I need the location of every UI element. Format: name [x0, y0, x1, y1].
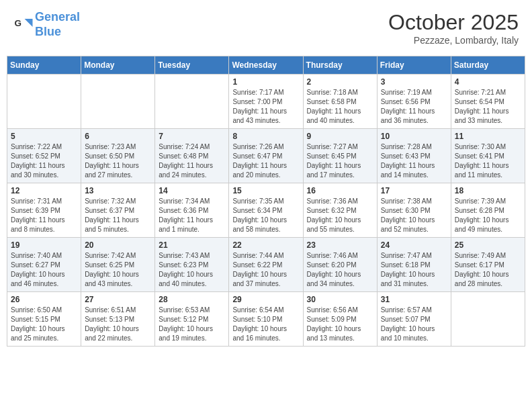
- calendar-cell: 11Sunrise: 7:30 AM Sunset: 6:41 PM Dayli…: [451, 129, 525, 183]
- calendar-cell: [155, 75, 229, 129]
- svg-marker-1: [25, 19, 33, 27]
- day-number: 17: [381, 186, 447, 195]
- day-number: 15: [232, 186, 299, 195]
- day-info: Sunrise: 6:54 AM Sunset: 5:10 PM Dayligh…: [232, 306, 299, 343]
- day-info: Sunrise: 7:34 AM Sunset: 6:36 PM Dayligh…: [159, 197, 225, 234]
- day-number: 3: [381, 77, 447, 87]
- day-number: 31: [381, 295, 447, 304]
- day-number: 10: [381, 132, 447, 141]
- day-info: Sunrise: 7:18 AM Sunset: 6:58 PM Dayligh…: [307, 88, 373, 126]
- calendar-cell: 22Sunrise: 7:44 AM Sunset: 6:22 PM Dayli…: [229, 238, 303, 292]
- day-number: 19: [11, 240, 77, 250]
- day-number: 4: [455, 77, 521, 87]
- day-number: 25: [455, 240, 521, 250]
- day-info: Sunrise: 6:56 AM Sunset: 5:09 PM Dayligh…: [307, 306, 373, 343]
- calendar-cell: 13Sunrise: 7:32 AM Sunset: 6:37 PM Dayli…: [81, 183, 155, 238]
- weekday-header: Thursday: [303, 56, 377, 75]
- day-number: 5: [11, 132, 77, 141]
- weekday-header: Monday: [81, 56, 155, 75]
- day-info: Sunrise: 7:38 AM Sunset: 6:30 PM Dayligh…: [381, 197, 447, 234]
- location: Pezzaze, Lombardy, Italy: [388, 35, 519, 46]
- day-number: 12: [11, 186, 77, 195]
- weekday-header: Saturday: [451, 56, 525, 75]
- day-info: Sunrise: 7:22 AM Sunset: 6:52 PM Dayligh…: [11, 142, 77, 180]
- calendar-cell: 15Sunrise: 7:35 AM Sunset: 6:34 PM Dayli…: [229, 183, 303, 238]
- svg-text:G: G: [15, 17, 22, 28]
- calendar-cell: 21Sunrise: 7:43 AM Sunset: 6:23 PM Dayli…: [155, 238, 229, 292]
- day-info: Sunrise: 7:26 AM Sunset: 6:47 PM Dayligh…: [232, 142, 299, 180]
- day-number: 22: [232, 240, 299, 250]
- day-number: 21: [159, 240, 225, 250]
- day-info: Sunrise: 7:39 AM Sunset: 6:28 PM Dayligh…: [455, 197, 521, 234]
- calendar-cell: 4Sunrise: 7:21 AM Sunset: 6:54 PM Daylig…: [451, 75, 525, 129]
- calendar-cell: 3Sunrise: 7:19 AM Sunset: 6:56 PM Daylig…: [377, 75, 451, 129]
- day-info: Sunrise: 7:24 AM Sunset: 6:48 PM Dayligh…: [159, 142, 225, 180]
- calendar-cell: 6Sunrise: 7:23 AM Sunset: 6:50 PM Daylig…: [81, 129, 155, 183]
- day-number: 6: [85, 132, 151, 141]
- day-number: 8: [232, 132, 299, 141]
- day-number: 23: [307, 240, 373, 250]
- calendar-cell: 29Sunrise: 6:54 AM Sunset: 5:10 PM Dayli…: [229, 292, 303, 347]
- calendar-cell: 24Sunrise: 7:47 AM Sunset: 6:18 PM Dayli…: [377, 238, 451, 292]
- calendar-cell: 5Sunrise: 7:22 AM Sunset: 6:52 PM Daylig…: [7, 129, 81, 183]
- day-number: 26: [11, 295, 77, 304]
- day-number: 24: [381, 240, 447, 250]
- calendar-cell: 26Sunrise: 6:50 AM Sunset: 5:15 PM Dayli…: [7, 292, 81, 347]
- day-number: 28: [159, 295, 225, 304]
- calendar-cell: 27Sunrise: 6:51 AM Sunset: 5:13 PM Dayli…: [81, 292, 155, 347]
- logo-text: General Blue: [35, 10, 80, 39]
- day-info: Sunrise: 7:27 AM Sunset: 6:45 PM Dayligh…: [307, 142, 373, 180]
- day-number: 27: [85, 295, 151, 304]
- day-info: Sunrise: 7:47 AM Sunset: 6:18 PM Dayligh…: [381, 251, 447, 289]
- calendar-cell: [7, 75, 81, 129]
- calendar-cell: [81, 75, 155, 129]
- calendar-cell: 28Sunrise: 6:53 AM Sunset: 5:12 PM Dayli…: [155, 292, 229, 347]
- calendar-cell: 2Sunrise: 7:18 AM Sunset: 6:58 PM Daylig…: [303, 75, 377, 129]
- day-number: 14: [159, 186, 225, 195]
- calendar-cell: 18Sunrise: 7:39 AM Sunset: 6:28 PM Dayli…: [451, 183, 525, 238]
- day-number: 7: [159, 132, 225, 141]
- weekday-header: Sunday: [7, 56, 81, 75]
- month-title: October 2025: [388, 10, 519, 35]
- day-info: Sunrise: 7:17 AM Sunset: 7:00 PM Dayligh…: [232, 88, 299, 126]
- calendar-cell: 30Sunrise: 6:56 AM Sunset: 5:09 PM Dayli…: [303, 292, 377, 347]
- day-info: Sunrise: 7:31 AM Sunset: 6:39 PM Dayligh…: [11, 197, 77, 234]
- calendar-cell: 25Sunrise: 7:49 AM Sunset: 6:17 PM Dayli…: [451, 238, 525, 292]
- calendar-cell: 23Sunrise: 7:46 AM Sunset: 6:20 PM Dayli…: [303, 238, 377, 292]
- calendar-cell: 16Sunrise: 7:36 AM Sunset: 6:32 PM Dayli…: [303, 183, 377, 238]
- weekday-header: Friday: [377, 56, 451, 75]
- day-number: 13: [85, 186, 151, 195]
- calendar-week-row: 19Sunrise: 7:40 AM Sunset: 6:27 PM Dayli…: [7, 238, 525, 292]
- calendar-cell: 31Sunrise: 6:57 AM Sunset: 5:07 PM Dayli…: [377, 292, 451, 347]
- calendar-cell: 9Sunrise: 7:27 AM Sunset: 6:45 PM Daylig…: [303, 129, 377, 183]
- day-number: 2: [307, 77, 373, 87]
- calendar-week-row: 26Sunrise: 6:50 AM Sunset: 5:15 PM Dayli…: [7, 292, 525, 347]
- calendar-cell: 20Sunrise: 7:42 AM Sunset: 6:25 PM Dayli…: [81, 238, 155, 292]
- day-number: 29: [232, 295, 299, 304]
- day-info: Sunrise: 6:50 AM Sunset: 5:15 PM Dayligh…: [11, 306, 77, 343]
- calendar-week-row: 1Sunrise: 7:17 AM Sunset: 7:00 PM Daylig…: [7, 75, 525, 129]
- calendar-table: SundayMondayTuesdayWednesdayThursdayFrid…: [7, 56, 525, 347]
- day-info: Sunrise: 7:49 AM Sunset: 6:17 PM Dayligh…: [455, 251, 521, 289]
- day-number: 9: [307, 132, 373, 141]
- day-info: Sunrise: 7:21 AM Sunset: 6:54 PM Dayligh…: [455, 88, 521, 126]
- day-number: 16: [307, 186, 373, 195]
- day-number: 20: [85, 240, 151, 250]
- day-number: 11: [455, 132, 521, 141]
- calendar-cell: [451, 292, 525, 347]
- title-block: October 2025 Pezzaze, Lombardy, Italy: [388, 10, 519, 46]
- day-info: Sunrise: 7:43 AM Sunset: 6:23 PM Dayligh…: [159, 251, 225, 289]
- day-info: Sunrise: 7:23 AM Sunset: 6:50 PM Dayligh…: [85, 142, 151, 180]
- day-info: Sunrise: 7:30 AM Sunset: 6:41 PM Dayligh…: [455, 142, 521, 180]
- calendar-cell: 1Sunrise: 7:17 AM Sunset: 7:00 PM Daylig…: [229, 75, 303, 129]
- calendar-cell: 10Sunrise: 7:28 AM Sunset: 6:43 PM Dayli…: [377, 129, 451, 183]
- day-info: Sunrise: 7:44 AM Sunset: 6:22 PM Dayligh…: [232, 251, 299, 289]
- page-header: G General Blue October 2025 Pezzaze, Lom…: [7, 7, 525, 49]
- day-info: Sunrise: 7:35 AM Sunset: 6:34 PM Dayligh…: [232, 197, 299, 234]
- day-info: Sunrise: 7:46 AM Sunset: 6:20 PM Dayligh…: [307, 251, 373, 289]
- calendar-cell: 14Sunrise: 7:34 AM Sunset: 6:36 PM Dayli…: [155, 183, 229, 238]
- weekday-header: Wednesday: [229, 56, 303, 75]
- day-info: Sunrise: 7:19 AM Sunset: 6:56 PM Dayligh…: [381, 88, 447, 126]
- day-info: Sunrise: 7:40 AM Sunset: 6:27 PM Dayligh…: [11, 251, 77, 289]
- day-number: 30: [307, 295, 373, 304]
